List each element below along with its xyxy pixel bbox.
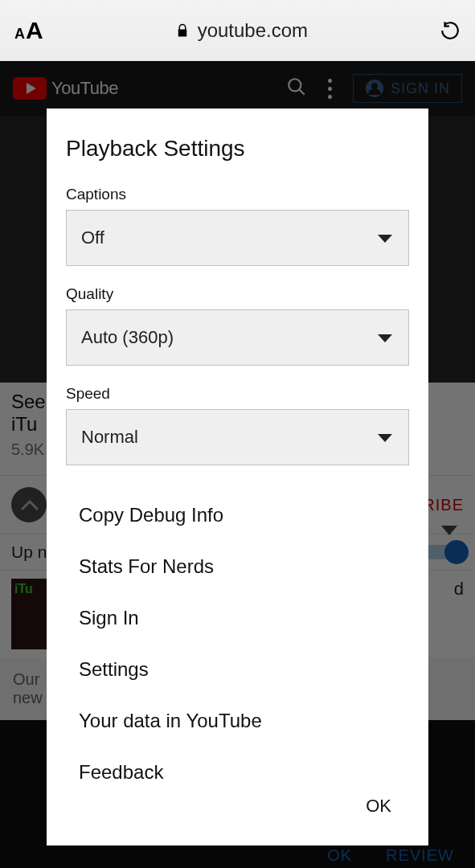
- quality-value: Auto (360p): [81, 327, 174, 348]
- menu-sign-in[interactable]: Sign In: [66, 592, 409, 644]
- captions-label: Captions: [66, 186, 409, 203]
- speed-value: Normal: [81, 427, 138, 448]
- browser-address-bar: A A youtube.com: [0, 0, 475, 61]
- menu-your-data[interactable]: Your data in YouTube: [66, 695, 409, 747]
- speed-label: Speed: [66, 385, 409, 403]
- captions-value: Off: [81, 227, 104, 248]
- url-text: youtube.com: [198, 19, 308, 42]
- quality-field: Quality Auto (360p): [66, 285, 409, 366]
- reload-button[interactable]: [440, 20, 461, 41]
- modal-title: Playback Settings: [66, 136, 409, 162]
- menu-stats-for-nerds[interactable]: Stats For Nerds: [66, 541, 409, 592]
- url-display[interactable]: youtube.com: [55, 19, 428, 42]
- quality-select[interactable]: Auto (360p): [66, 309, 409, 366]
- caret-down-icon: [378, 334, 392, 342]
- captions-field: Captions Off: [66, 186, 409, 266]
- speed-field: Speed Normal: [66, 385, 409, 465]
- modal-menu-list: Copy Debug Info Stats For Nerds Sign In …: [66, 489, 409, 798]
- caret-down-icon: [378, 434, 392, 442]
- reader-text-size-button[interactable]: A A: [14, 17, 43, 44]
- caret-down-icon: [378, 235, 392, 243]
- small-a-icon: A: [14, 26, 25, 43]
- menu-copy-debug-info[interactable]: Copy Debug Info: [66, 489, 409, 541]
- lock-icon: [175, 22, 190, 39]
- ok-button[interactable]: OK: [353, 788, 404, 825]
- captions-select[interactable]: Off: [66, 210, 409, 266]
- quality-label: Quality: [66, 285, 409, 303]
- large-a-icon: A: [26, 17, 43, 44]
- menu-settings[interactable]: Settings: [66, 644, 409, 695]
- playback-settings-modal: Playback Settings Captions Off Quality A…: [47, 108, 428, 845]
- speed-select[interactable]: Normal: [66, 409, 409, 465]
